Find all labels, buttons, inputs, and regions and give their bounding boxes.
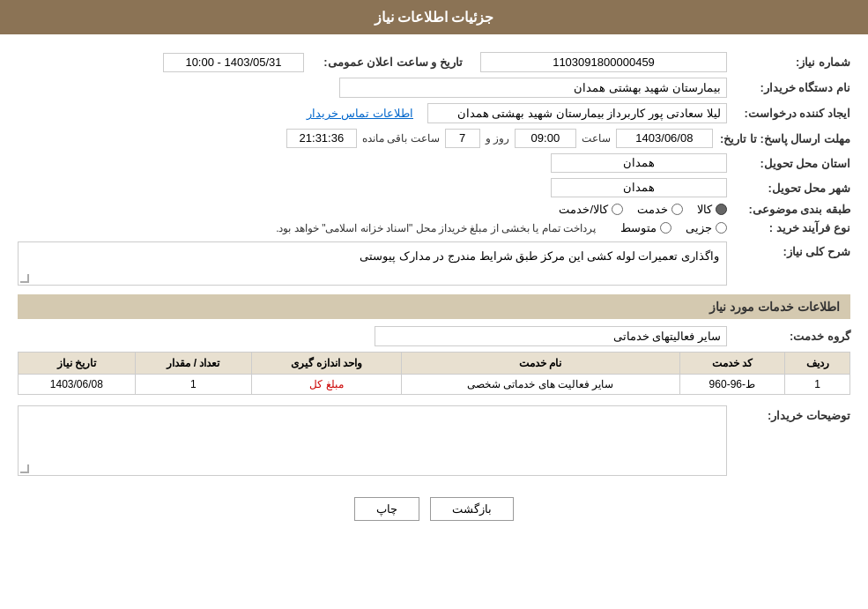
- service-group-value: سایر فعالیتهای خدماتی: [375, 326, 727, 346]
- process-note: پرداخت تمام یا بخشی از مبلغ خریداز محل "…: [276, 222, 596, 234]
- category-kala-radio: [716, 204, 727, 215]
- creator-label: ایجاد کننده درخواست:: [727, 107, 850, 120]
- cell-unit: مبلغ کل: [252, 375, 402, 395]
- print-button[interactable]: چاپ: [354, 497, 419, 521]
- content-area: شماره نیاز: 1103091800000459 تاریخ و ساع…: [0, 34, 868, 547]
- process-motavaset-radio: [660, 222, 671, 234]
- buyer-org-label: نام دستگاه خریدار:: [727, 81, 850, 94]
- province-value: همدان: [551, 153, 727, 173]
- process-jozei-label: جزیی: [686, 221, 712, 234]
- response-remaining: 21:31:36: [286, 129, 357, 148]
- col-date: تاریخ نیاز: [19, 353, 136, 375]
- process-motavaset-label: متوسط: [620, 221, 657, 234]
- province-row: استان محل تحویل: همدان: [18, 153, 850, 173]
- process-type-row: نوع فرآیند خرید : جزیی متوسط پرداخت تمام…: [18, 221, 850, 234]
- buyer-org-row: نام دستگاه خریدار: بیمارستان شهید بهشتی …: [18, 78, 850, 98]
- buyer-notes-label: توضیحات خریدار:: [727, 405, 850, 422]
- service-group-label: گروه خدمت:: [727, 330, 850, 343]
- province-label: استان محل تحویل:: [727, 157, 850, 170]
- category-kala-khedmat-label: کالا/خدمت: [559, 203, 608, 216]
- process-motavaset: متوسط: [620, 221, 671, 234]
- table-header-row: ردیف کد خدمت نام خدمت واحد اندازه گیری ت…: [19, 353, 850, 375]
- cell-qty: 1: [135, 375, 252, 395]
- need-description-label: شرح کلی نیاز:: [727, 241, 850, 258]
- announcement-value: 1403/05/31 - 10:00: [163, 53, 304, 72]
- services-table: ردیف کد خدمت نام خدمت واحد اندازه گیری ت…: [18, 352, 850, 395]
- table-row: 1 ط-96-960 سایر فعالیت های خدماتی شخصی م…: [19, 375, 850, 395]
- need-number-label: شماره نیاز:: [727, 56, 850, 69]
- cell-rownum: 1: [785, 375, 850, 395]
- buyer-notes-box: [18, 405, 727, 476]
- response-deadline-row: مهلت ارسال پاسخ: تا تاریخ: 1403/06/08 سا…: [18, 129, 850, 148]
- creator-row: ایجاد کننده درخواست: لیلا سعادتی پور کار…: [18, 103, 850, 123]
- page-wrapper: جزئیات اطلاعات نیاز شماره نیاز: 11030918…: [0, 0, 868, 609]
- announcement-label: تاریخ و ساعت اعلان عمومی:: [304, 56, 463, 69]
- category-khedmat-radio: [671, 204, 683, 215]
- process-jozei-radio: [716, 222, 727, 234]
- category-kala-khedmat: کالا/خدمت: [559, 203, 623, 216]
- category-kala-label: کالا: [697, 203, 712, 216]
- response-time-label: ساعت: [582, 132, 611, 145]
- category-options: کالا خدمت کالا/خدمت: [559, 203, 727, 216]
- col-qty: تعداد / مقدار: [135, 353, 252, 375]
- col-rownum: ردیف: [785, 353, 850, 375]
- service-group-row: گروه خدمت: سایر فعالیتهای خدماتی: [18, 326, 850, 346]
- category-khedmat: خدمت: [637, 203, 683, 216]
- category-khedmat-label: خدمت: [637, 203, 668, 216]
- footer-buttons: بازگشت چاپ: [18, 485, 850, 538]
- need-number-value: 1103091800000459: [480, 52, 727, 72]
- city-row: شهر محل تحویل: همدان: [18, 178, 850, 197]
- col-name: نام خدمت: [402, 353, 680, 375]
- buyer-notes-row: توضیحات خریدار:: [18, 405, 850, 476]
- category-kala-khedmat-radio: [612, 204, 623, 215]
- need-description-value: واگذاری تعمیرات لوله کشی این مرکز طبق شر…: [18, 241, 727, 286]
- page-title: جزئیات اطلاعات نیاز: [375, 10, 494, 25]
- city-label: شهر محل تحویل:: [727, 182, 850, 195]
- response-days: 7: [445, 129, 480, 148]
- cell-name: سایر فعالیت های خدماتی شخصی: [402, 375, 680, 395]
- need-description-row: شرح کلی نیاز: واگذاری تعمیرات لوله کشی ا…: [18, 241, 850, 286]
- resize-handle: [20, 274, 29, 283]
- buyer-org-value: بیمارستان شهید بهشتی همدان: [339, 78, 727, 98]
- services-section-header: اطلاعات خدمات مورد نیاز: [18, 294, 850, 319]
- back-button[interactable]: بازگشت: [430, 497, 514, 521]
- creator-value: لیلا سعادتی پور کاربرداز بیمارستان شهید …: [427, 103, 727, 123]
- page-header: جزئیات اطلاعات نیاز: [0, 0, 868, 34]
- category-label: طبقه بندی موضوعی:: [727, 203, 850, 216]
- process-type-label: نوع فرآیند خرید :: [727, 221, 850, 234]
- process-options: جزیی متوسط پرداخت تمام یا بخشی از مبلغ خ…: [276, 221, 727, 234]
- response-date: 1403/06/08: [616, 129, 713, 148]
- buyer-notes-resize: [20, 464, 29, 473]
- response-days-label: روز و: [486, 132, 509, 145]
- col-unit: واحد اندازه گیری: [252, 353, 402, 375]
- contact-info-link[interactable]: اطلاعات تماس خریدار: [307, 107, 413, 120]
- need-number-row: شماره نیاز: 1103091800000459 تاریخ و ساع…: [18, 52, 850, 72]
- category-row: طبقه بندی موضوعی: کالا خدمت کالا/خدمت: [18, 203, 850, 216]
- city-value: همدان: [551, 178, 727, 197]
- category-kala: کالا: [697, 203, 727, 216]
- response-deadline-label: مهلت ارسال پاسخ: تا تاریخ:: [713, 132, 850, 145]
- response-remaining-label: ساعت باقی مانده: [362, 132, 440, 145]
- cell-date: 1403/06/08: [19, 375, 136, 395]
- process-jozei: جزیی: [686, 221, 727, 234]
- cell-code: ط-96-960: [679, 375, 784, 395]
- col-code: کد خدمت: [679, 353, 784, 375]
- response-time: 09:00: [515, 129, 576, 148]
